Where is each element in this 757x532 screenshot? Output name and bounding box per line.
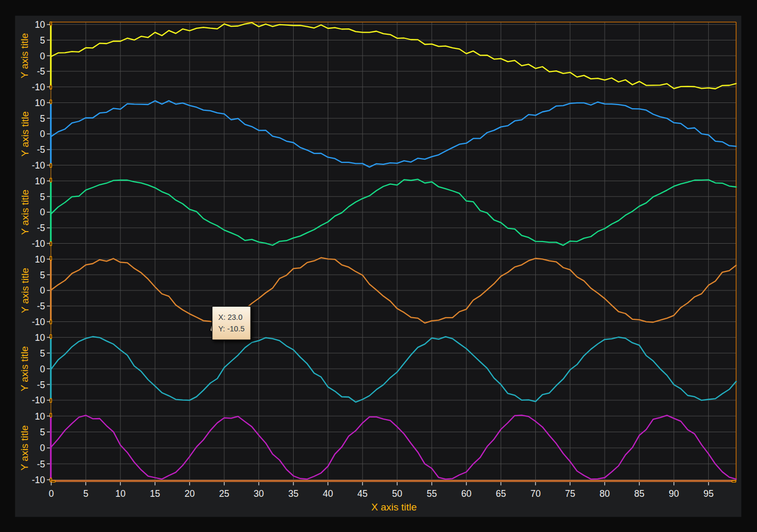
svg-text:65: 65 <box>496 488 506 499</box>
svg-text:5: 5 <box>40 113 45 124</box>
svg-text:50: 50 <box>392 488 402 499</box>
svg-text:5: 5 <box>83 488 88 499</box>
svg-text:-5: -5 <box>37 66 45 77</box>
svg-text:5: 5 <box>40 348 45 359</box>
svg-text:75: 75 <box>565 488 575 499</box>
svg-text:10: 10 <box>35 19 45 30</box>
svg-text:Y: -10.5: Y: -10.5 <box>219 325 245 333</box>
svg-text:10: 10 <box>115 488 126 499</box>
svg-text:80: 80 <box>599 488 610 499</box>
svg-text:0: 0 <box>40 285 45 296</box>
svg-text:30: 30 <box>254 488 264 499</box>
svg-text:0: 0 <box>40 443 45 453</box>
svg-text:0: 0 <box>49 488 54 499</box>
svg-text:-5: -5 <box>37 144 45 155</box>
svg-text:10: 10 <box>35 254 45 265</box>
svg-text:10: 10 <box>35 98 45 108</box>
svg-text:25: 25 <box>219 488 229 499</box>
svg-text:5: 5 <box>40 192 45 202</box>
svg-text:70: 70 <box>531 488 541 499</box>
svg-text:40: 40 <box>323 488 334 499</box>
svg-text:-10: -10 <box>32 317 46 327</box>
svg-text:15: 15 <box>150 488 160 499</box>
svg-text:-10: -10 <box>32 160 46 171</box>
svg-text:90: 90 <box>669 488 679 499</box>
svg-text:0: 0 <box>40 51 45 61</box>
svg-text:10: 10 <box>35 176 45 186</box>
svg-text:X axis title: X axis title <box>371 502 417 513</box>
svg-text:Y axis title: Y axis title <box>19 425 30 471</box>
svg-text:-5: -5 <box>37 380 45 390</box>
svg-text:-10: -10 <box>32 475 46 485</box>
svg-text:35: 35 <box>288 488 298 499</box>
svg-text:-5: -5 <box>37 301 45 311</box>
svg-text:Y axis title: Y axis title <box>19 33 30 78</box>
svg-text:10: 10 <box>35 411 45 422</box>
svg-text:45: 45 <box>357 488 367 499</box>
svg-text:5: 5 <box>40 35 45 46</box>
svg-text:Y axis title: Y axis title <box>19 190 30 235</box>
svg-text:10: 10 <box>35 332 45 343</box>
svg-text:-5: -5 <box>37 223 45 233</box>
svg-text:95: 95 <box>703 488 713 499</box>
svg-text:-10: -10 <box>32 395 46 405</box>
svg-text:5: 5 <box>40 427 45 437</box>
svg-text:85: 85 <box>634 488 644 499</box>
svg-text:Y axis title: Y axis title <box>19 346 30 391</box>
svg-text:Y axis title: Y axis title <box>19 111 30 157</box>
svg-text:X: 23.0: X: 23.0 <box>219 313 243 321</box>
svg-text:0: 0 <box>40 207 45 217</box>
svg-text:0: 0 <box>40 129 45 139</box>
svg-text:20: 20 <box>184 488 195 499</box>
svg-text:-10: -10 <box>32 82 46 92</box>
svg-text:5: 5 <box>40 270 45 280</box>
svg-text:-10: -10 <box>32 238 46 249</box>
svg-text:Y axis title: Y axis title <box>19 268 30 313</box>
svg-text:55: 55 <box>427 488 437 499</box>
svg-text:60: 60 <box>461 488 472 499</box>
svg-text:-5: -5 <box>37 459 45 470</box>
svg-text:0: 0 <box>40 364 45 374</box>
